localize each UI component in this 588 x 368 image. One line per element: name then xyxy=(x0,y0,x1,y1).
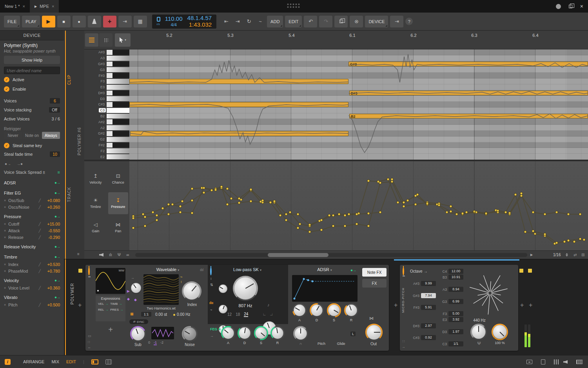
show-help-button[interactable]: Show Help xyxy=(4,56,60,64)
piano-key-E3[interactable]: E3 xyxy=(84,84,129,90)
remove-mod-icon[interactable]: × xyxy=(4,222,6,226)
keytrack-note-icon[interactable]: ♪ xyxy=(267,302,270,307)
mod-source-adsr[interactable]: ADSR xyxy=(0,179,64,187)
mod-target-index[interactable]: ×Index╱+0.530 xyxy=(0,261,64,268)
device-power-button[interactable] xyxy=(88,268,90,275)
out-knob[interactable] xyxy=(365,324,383,341)
close-tab-icon[interactable]: × xyxy=(52,4,54,9)
pan-bowtie-icon[interactable]: ⋈ xyxy=(369,316,374,321)
mod-amount-value[interactable]: +15.00 xyxy=(43,222,60,226)
osc-ratio-value[interactable]: 1:1 xyxy=(141,312,151,317)
mp-note-value[interactable]: 0.92 xyxy=(421,335,436,340)
mapping-dots-icon[interactable]: ∷ xyxy=(403,339,405,343)
clip-mode-label[interactable]: CLIP xyxy=(67,75,71,85)
env-a-knob[interactable] xyxy=(292,303,307,317)
mod-source-icon[interactable]: ◆ xyxy=(127,297,130,301)
insert-device-button[interactable]: ⇥ xyxy=(390,16,403,27)
mod-amount-value[interactable]: +0.260 xyxy=(43,205,60,210)
mod-target-osc-sub[interactable]: ×Osc/Sub╱+0.080 xyxy=(0,197,64,204)
mod-source-pressure[interactable]: Pressure xyxy=(0,212,64,220)
setting-voices[interactable]: Voices6 xyxy=(0,96,64,105)
tune-knob[interactable] xyxy=(470,324,487,340)
view-arrange[interactable]: ARRANGE xyxy=(23,359,44,364)
piano-key-A3[interactable]: A3 xyxy=(84,55,129,61)
remove-mod-icon[interactable]: × xyxy=(4,205,6,209)
enable-toggle[interactable]: ✓ Enable xyxy=(0,85,64,93)
help-button[interactable]: ? xyxy=(405,18,413,25)
unison-icon[interactable]: ~ xyxy=(180,275,182,279)
meter-bars-icon[interactable]: ılı xyxy=(109,253,112,257)
phase-knob[interactable] xyxy=(131,283,141,293)
sub-octave--2[interactable]: -2 xyxy=(160,341,163,345)
layers-icon[interactable]: ≡ xyxy=(77,252,80,256)
expression-slot-rel[interactable]: REL→ xyxy=(98,308,109,312)
zoom-fit-icon[interactable]: ⊞ xyxy=(581,253,584,257)
duplicate-button[interactable] xyxy=(334,16,348,27)
mod-arrow-icon[interactable] xyxy=(54,295,60,299)
wavetable-display[interactable] xyxy=(143,274,179,305)
retrigger-option-never[interactable]: Never xyxy=(4,132,22,139)
mod-target-oscs-noise[interactable]: ×Oscs/Noise╱+0.260 xyxy=(0,204,64,210)
noise-knob[interactable] xyxy=(182,326,198,342)
add-device-button[interactable]: + xyxy=(529,302,532,309)
mod-curve-icon[interactable]: ╱ xyxy=(39,222,41,226)
piano-key-B2[interactable]: B2 xyxy=(84,113,129,119)
mod-target-phasemod[interactable]: ×PhaseMod╱+0.780 xyxy=(0,268,64,274)
expression-slot-timb[interactable]: TIMB→ xyxy=(110,302,123,306)
dual-view-toggle[interactable] xyxy=(105,359,112,364)
mod-curve-icon[interactable]: ╱ xyxy=(39,205,41,209)
mod-curve-icon[interactable]: ╱ xyxy=(39,303,41,307)
sine-shape-icon[interactable]: ~ xyxy=(210,308,212,312)
grid-spinner[interactable] xyxy=(566,253,568,257)
track-select-square[interactable] xyxy=(78,269,82,273)
steal-same-key-toggle[interactable]: ✓ Steal same key xyxy=(0,141,64,149)
polymer-device[interactable]: ▭ ∷ ↔ MW Expressions VEL→TIMB→REL→PRES→ … xyxy=(85,265,389,351)
mp-note-value[interactable]: 7.94 xyxy=(421,293,436,298)
micro-pitch-row-D#3[interactable]: D#32.97 xyxy=(409,323,476,329)
filter-drive-knob[interactable] xyxy=(219,284,227,293)
reference-pitch-value[interactable]: 440 Hz xyxy=(470,318,489,322)
transport-display[interactable]: ılı 110.00 4/4 48.1.4.57 1:43.032 xyxy=(152,15,217,29)
note-D#3[interactable]: D#3 xyxy=(349,91,588,96)
device-power-button[interactable] xyxy=(403,268,404,275)
mod-curve-icon[interactable]: ╱ xyxy=(39,269,41,273)
piano-key-F#3[interactable]: F#3 xyxy=(84,73,129,78)
mod-target-release[interactable]: ×Release╱-0.290 xyxy=(0,234,64,240)
mod-curve-icon[interactable]: ╱ xyxy=(39,199,41,202)
mod-source-timbre[interactable]: Timbre xyxy=(0,253,64,261)
lane-gain[interactable]: ◁Gain xyxy=(85,217,106,239)
micro-pitch-row-D3[interactable]: D31.97 xyxy=(409,329,476,335)
mod-target-pitch[interactable]: ×Pitch╱+0.500 xyxy=(0,301,64,308)
piano-key-G2[interactable]: G2 xyxy=(84,137,129,142)
mod-source-filter-eg[interactable]: Filter EG xyxy=(0,189,64,197)
piano-key-D#3[interactable]: D#3 xyxy=(84,90,129,96)
time-signature[interactable]: 4/4 xyxy=(171,22,177,27)
mod-amount-value[interactable]: +0.530 xyxy=(43,262,60,267)
project-tab-new1[interactable]: New 1 * × xyxy=(0,0,30,13)
env-s-knob[interactable] xyxy=(327,303,341,317)
setting-value[interactable]: 3 / 6 xyxy=(52,117,60,121)
filter-serial-icon[interactable]: ⇅ xyxy=(210,283,213,287)
metronome-button[interactable] xyxy=(88,16,101,27)
feg-s-knob[interactable] xyxy=(254,326,268,340)
inspector-panel-icon[interactable] xyxy=(541,359,545,364)
expression-slot-pres[interactable]: PRES→ xyxy=(110,308,123,312)
remove-mod-icon[interactable]: × xyxy=(4,262,6,266)
sub-octave--1[interactable]: -1 xyxy=(154,341,157,345)
window-status-icon[interactable] xyxy=(556,4,561,9)
mod-source-vibrato[interactable]: Vibrato xyxy=(0,293,64,301)
tempo-value[interactable]: 110.00 xyxy=(165,16,183,22)
device-select-square[interactable] xyxy=(519,269,523,273)
remove-mod-icon[interactable]: × xyxy=(4,286,6,290)
mp-note-value[interactable]: 2.97 xyxy=(421,323,436,328)
piano-key-G#2[interactable]: G#2 xyxy=(84,131,129,137)
mod-amount-value[interactable]: +0.500 xyxy=(43,302,60,307)
lane-pressure[interactable]: ↧Pressure xyxy=(108,192,129,214)
note-G#2[interactable] xyxy=(130,131,348,136)
mod-target-attack[interactable]: ×Attack╱-0.550 xyxy=(0,227,64,234)
expression-area[interactable] xyxy=(129,161,588,250)
note-F3[interactable] xyxy=(129,79,348,84)
piano-key-C#3[interactable]: C#3 xyxy=(84,102,129,107)
lane-pan[interactable]: ⋈Pan xyxy=(108,217,129,239)
piano-key-G3[interactable]: G3 xyxy=(84,67,129,73)
